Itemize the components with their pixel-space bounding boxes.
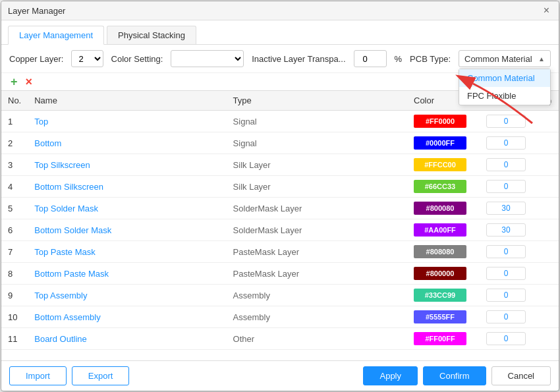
cell-color[interactable]: #800080 — [407, 198, 480, 219]
color-swatch[interactable]: #33CC99 — [414, 289, 466, 302]
add-layer-button[interactable]: + — [9, 76, 19, 88]
cell-transparency — [480, 132, 559, 154]
confirm-button[interactable]: Confirm — [423, 366, 486, 385]
title-bar: Layer Manager × — [1, 1, 559, 20]
cell-color[interactable]: #0000FF — [407, 132, 480, 154]
table-row[interactable]: 11 Board Outline Other #FF00FF — [1, 328, 559, 350]
cell-no: 6 — [1, 219, 28, 241]
import-button[interactable]: Import — [9, 366, 67, 385]
pcb-type-button[interactable]: Common Material ▲ — [459, 50, 551, 67]
color-swatch[interactable]: #FF0000 — [414, 115, 466, 128]
cell-type: Silk Layer — [227, 176, 407, 198]
cancel-button[interactable]: Cancel — [491, 366, 551, 385]
percent-symbol: % — [395, 54, 403, 64]
pcb-type-value: Common Material — [464, 54, 538, 64]
color-swatch[interactable]: #800080 — [414, 202, 466, 215]
transparency-input[interactable] — [486, 202, 526, 215]
cell-color[interactable]: #66CC33 — [407, 176, 480, 198]
color-swatch[interactable]: #66CC33 — [414, 180, 466, 193]
toolbar: Copper Layer: 2 1 4 6 8 Color Setting: I… — [1, 45, 559, 73]
transparency-input[interactable] — [486, 223, 526, 237]
cell-color[interactable]: #FF00FF — [407, 328, 480, 350]
transparency-input[interactable] — [486, 267, 526, 280]
cell-name: Bottom — [28, 132, 226, 154]
cell-color[interactable]: #FFCC00 — [407, 154, 480, 176]
color-setting-select[interactable] — [171, 50, 244, 67]
cell-name: Top — [28, 111, 226, 132]
color-swatch[interactable]: #800000 — [414, 267, 466, 280]
copper-layer-label: Copper Layer: — [9, 54, 63, 64]
cell-color[interactable]: #5555FF — [407, 306, 480, 328]
cell-transparency — [480, 263, 559, 285]
table-row[interactable]: 2 Bottom Signal #0000FF — [1, 132, 559, 154]
cell-color[interactable]: #FF0000 — [407, 111, 480, 132]
cell-transparency — [480, 241, 559, 263]
cell-name: Bottom Paste Mask — [28, 263, 226, 285]
cell-name: Bottom Assembly — [28, 306, 226, 328]
cell-no: 3 — [1, 154, 28, 176]
transparency-input[interactable] — [486, 310, 526, 323]
col-header-no: No. — [1, 91, 28, 111]
cell-type: SolderMask Layer — [227, 219, 407, 241]
apply-button[interactable]: Apply — [363, 366, 418, 385]
cell-type: Assembly — [227, 285, 407, 306]
tab-layer-management[interactable]: Layer Management — [8, 26, 104, 45]
export-button[interactable]: Export — [72, 366, 130, 385]
remove-layer-button[interactable]: × — [24, 76, 34, 88]
table-row[interactable]: 5 Top Solder Mask SolderMask Layer #8000… — [1, 198, 559, 219]
table-row[interactable]: 1 Top Signal #FF0000 — [1, 111, 559, 132]
transparency-input[interactable] — [486, 136, 526, 150]
cell-type: Assembly — [227, 306, 407, 328]
cell-no: 10 — [1, 306, 28, 328]
color-swatch[interactable]: #FF00FF — [414, 332, 466, 345]
color-setting-label: Color Setting: — [111, 54, 163, 64]
table-row[interactable]: 9 Top Assembly Assembly #33CC99 — [1, 285, 559, 306]
cell-no: 5 — [1, 198, 28, 219]
layer-table: No. Name Type Color Transparency(%) 1 To… — [1, 91, 559, 350]
transparency-input[interactable] — [486, 245, 526, 258]
table-row[interactable]: 10 Bottom Assembly Assembly #5555FF — [1, 306, 559, 328]
color-swatch[interactable]: #808080 — [414, 245, 466, 258]
cell-name: Top Solder Mask — [28, 198, 226, 219]
cell-color[interactable]: #800000 — [407, 263, 480, 285]
table-row[interactable]: 7 Top Paste Mask PasteMask Layer #808080 — [1, 241, 559, 263]
cell-color[interactable]: #AA00FF — [407, 219, 480, 241]
copper-layer-select[interactable]: 2 1 4 6 8 — [71, 50, 103, 67]
cell-no: 2 — [1, 132, 28, 154]
transparency-input[interactable] — [486, 115, 526, 128]
transparency-input[interactable] — [486, 158, 526, 171]
color-swatch[interactable]: #AA00FF — [414, 223, 466, 237]
table-row[interactable]: 3 Top Silkscreen Silk Layer #FFCC00 — [1, 154, 559, 176]
cell-no: 7 — [1, 241, 28, 263]
color-swatch[interactable]: #0000FF — [414, 136, 466, 150]
pcb-option-common-material[interactable]: Common Material — [459, 69, 550, 87]
table-row[interactable]: 6 Bottom Solder Mask SolderMask Layer #A… — [1, 219, 559, 241]
color-swatch[interactable]: #5555FF — [414, 310, 466, 323]
pcb-type-dropdown-menu: Common Material FPC Flexible — [459, 69, 551, 105]
cell-no: 4 — [1, 176, 28, 198]
pcb-type-label: PCB Type: — [410, 54, 451, 64]
cell-transparency — [480, 306, 559, 328]
tabs-bar: Layer Management Physical Stacking — [1, 20, 559, 45]
transparency-input[interactable] — [486, 289, 526, 302]
cell-no: 11 — [1, 328, 28, 350]
cell-type: PasteMask Layer — [227, 263, 407, 285]
close-button[interactable]: × — [541, 5, 552, 16]
cell-no: 1 — [1, 111, 28, 132]
inactive-layer-transparency-input[interactable] — [354, 50, 387, 67]
tab-physical-stacking[interactable]: Physical Stacking — [107, 26, 196, 44]
color-swatch[interactable]: #FFCC00 — [414, 158, 466, 171]
pcb-type-arrow-icon: ▲ — [538, 55, 545, 63]
transparency-input[interactable] — [486, 180, 526, 193]
col-header-name: Name — [28, 91, 226, 111]
cell-color[interactable]: #33CC99 — [407, 285, 480, 306]
pcb-option-fpc-flexible[interactable]: FPC Flexible — [459, 87, 550, 105]
cell-transparency — [480, 154, 559, 176]
transparency-input[interactable] — [486, 332, 526, 345]
cell-color[interactable]: #808080 — [407, 241, 480, 263]
cell-type: Signal — [227, 111, 407, 132]
table-row[interactable]: 8 Bottom Paste Mask PasteMask Layer #800… — [1, 263, 559, 285]
cell-no: 9 — [1, 285, 28, 306]
table-row[interactable]: 4 Bottom Silkscreen Silk Layer #66CC33 — [1, 176, 559, 198]
cell-transparency — [480, 328, 559, 350]
